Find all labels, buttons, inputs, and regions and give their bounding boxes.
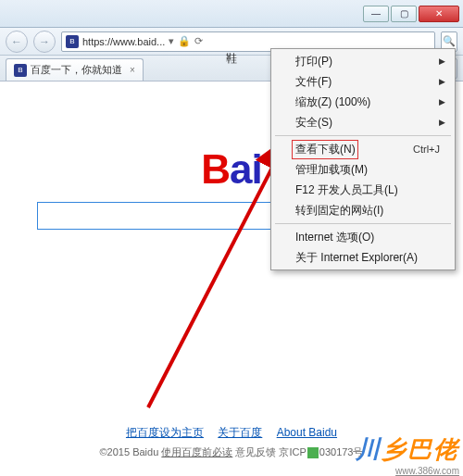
- tools-context-menu: 打印(P)▶ 文件(F)▶ 缩放(Z) (100%)▶ 安全(S)▶ 查看下载(…: [270, 48, 456, 270]
- tab-title: 百度一下，你就知道: [31, 63, 122, 77]
- submenu-arrow-icon: ▶: [439, 77, 445, 86]
- footer-set-home-link[interactable]: 把百度设为主页: [126, 426, 204, 439]
- menu-file-label: 文件(F): [295, 74, 332, 90]
- menu-view-downloads[interactable]: 查看下载(N)Ctrl+J: [273, 139, 453, 159]
- watermark-url: www.386w.com: [356, 466, 459, 476]
- url-dropdown-icon[interactable]: ▾: [169, 35, 174, 47]
- url-text: https://www.baid...: [82, 36, 165, 47]
- site-favicon: B: [66, 35, 79, 48]
- menu-print[interactable]: 打印(P)▶: [273, 51, 453, 71]
- menu-manage-addons[interactable]: 管理加载项(M): [273, 159, 453, 180]
- menu-downloads-label: 查看下载(N): [295, 142, 356, 157]
- menu-file[interactable]: 文件(F)▶: [273, 71, 453, 92]
- tab-favicon: B: [14, 64, 27, 77]
- copyright-prefix: ©2015 Baidu: [100, 446, 162, 457]
- menu-dev-tools[interactable]: F12 开发人员工具(L): [273, 180, 453, 200]
- window-close-button[interactable]: ✕: [419, 6, 459, 22]
- menu-pinned-sites[interactable]: 转到固定的网站(I): [273, 200, 453, 220]
- menu-separator: [275, 223, 451, 224]
- menu-devtools-label: F12 开发人员工具(L): [295, 182, 398, 198]
- window-titlebar: — ▢ ✕: [0, 0, 463, 28]
- menu-pin-label: 转到固定的网站(I): [295, 203, 383, 219]
- menu-separator: [275, 135, 451, 136]
- menu-options-label: Internet 选项(O): [295, 230, 374, 245]
- baidu-logo: B ai: [201, 146, 261, 193]
- menu-internet-options[interactable]: Internet 选项(O): [273, 227, 453, 247]
- menu-zoom-label: 缩放(Z) (100%): [295, 94, 370, 110]
- footer-about-cn-link[interactable]: 关于百度: [218, 426, 262, 439]
- nav-forward-button[interactable]: →: [33, 31, 56, 53]
- beian-icon: [307, 447, 319, 458]
- menu-zoom[interactable]: 缩放(Z) (100%)▶: [273, 92, 453, 112]
- nav-back-button[interactable]: ←: [6, 31, 28, 53]
- submenu-arrow-icon: ▶: [439, 97, 445, 106]
- footer-about-en-link[interactable]: About Baidu: [277, 426, 337, 439]
- menu-about-label: 关于 Internet Explorer(A): [295, 250, 418, 266]
- copyright-read-link[interactable]: 使用百度前必读: [161, 446, 232, 457]
- watermark-text-2: 乡巴佬: [382, 435, 459, 463]
- watermark-text-1: 川: [356, 435, 382, 463]
- menu-addons-label: 管理加载项(M): [295, 162, 368, 178]
- menu-safety-label: 安全(S): [295, 115, 332, 131]
- logo-letters-ai: ai: [230, 146, 262, 193]
- watermark: 川乡巴佬 www.386w.com: [356, 433, 459, 476]
- submenu-arrow-icon: ▶: [439, 56, 445, 66]
- window-minimize-button[interactable]: —: [363, 6, 389, 22]
- menu-safety[interactable]: 安全(S)▶: [273, 112, 453, 132]
- lock-icon: 🔒: [178, 35, 191, 47]
- window-maximize-button[interactable]: ▢: [391, 6, 417, 22]
- clipped-nav-text: 鞋: [226, 51, 237, 67]
- copyright-feedback: 意见反馈 京ICP: [232, 446, 306, 457]
- menu-print-label: 打印(P): [295, 54, 332, 69]
- tab-baidu[interactable]: B 百度一下，你就知道 ×: [6, 58, 144, 81]
- menu-about-ie[interactable]: 关于 Internet Explorer(A): [273, 247, 453, 268]
- submenu-arrow-icon: ▶: [439, 118, 445, 127]
- tab-close-icon[interactable]: ×: [130, 65, 135, 75]
- refresh-icon[interactable]: ⟳: [194, 35, 203, 47]
- logo-letter-b: B: [201, 146, 230, 193]
- menu-downloads-shortcut: Ctrl+J: [413, 144, 440, 155]
